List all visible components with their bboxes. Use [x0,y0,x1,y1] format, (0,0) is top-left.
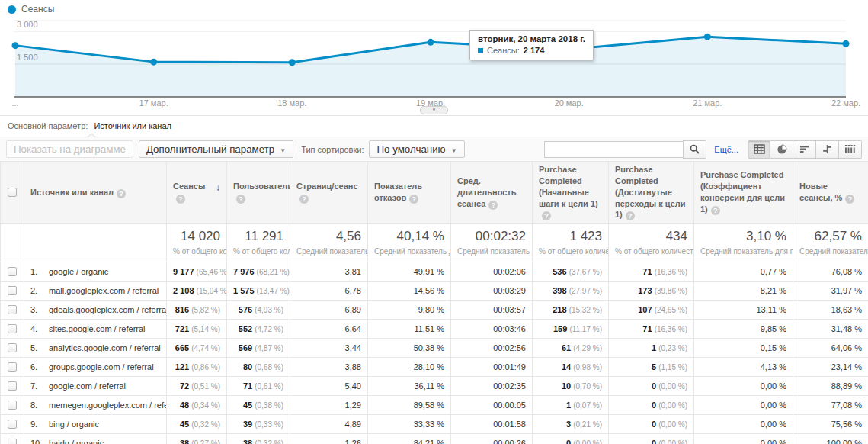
table-search-input[interactable] [544,141,683,158]
column-header-sessions[interactable]: ↓Сеансы? [167,162,227,224]
row-checkbox[interactable] [8,343,17,352]
column-header-bounce-rate[interactable]: Показатель отказов? [368,162,451,224]
avg-duration-cell: 00:01:58 [451,414,533,433]
table-row: 8.memegen.googleplex.com / referral 48 (… [1,395,868,414]
row-checkbox[interactable] [8,439,17,444]
pages-per-session-cell: 3,88 [290,357,368,376]
new-sessions-cell: 76,08 % [793,262,868,281]
table-view-button[interactable] [748,140,770,159]
table-row: 2.mall.googleplex.com / referral 2 108 (… [1,281,868,300]
bounce-rate-cell: 14,56 % [368,281,451,300]
secondary-dimension-dropdown[interactable]: Дополнительный параметр▼ [139,140,293,158]
help-icon[interactable]: ? [409,195,418,204]
summary-conversion-rate: 3,10 %Средний показатель для представлен… [694,224,793,262]
data-point[interactable] [428,39,434,46]
data-point[interactable] [704,34,711,40]
bounce-rate-cell: 33,33 % [368,414,451,433]
row-index: 10. [30,439,49,444]
source-medium-value: groups.google.com / referral [49,362,154,372]
percentage-view-button[interactable] [770,140,793,159]
series-area-fill [15,37,846,97]
conversion-rate-cell: 0,15 % [694,338,793,357]
chart-tooltip: вторник, 20 марта 2018 г. Сеансы: 2 174 [469,30,594,60]
data-point[interactable] [150,59,157,66]
source-medium-value: sites.google.com / referral [49,324,146,333]
row-checkbox[interactable] [8,362,17,372]
column-header-goal-completions[interactable]: Purchase Completed (Достигнутые переходы… [609,162,694,224]
row-checkbox[interactable] [8,420,17,429]
performance-view-button[interactable] [793,140,816,159]
row-checkbox[interactable] [8,305,17,314]
avg-duration-cell: 00:03:57 [451,300,533,319]
pivot-view-button[interactable] [839,140,862,159]
help-icon[interactable]: ? [488,201,498,210]
help-icon[interactable]: ? [236,195,245,204]
row-checkbox[interactable] [8,401,17,410]
help-icon[interactable]: ? [176,195,185,204]
search-button[interactable] [683,140,706,159]
help-icon[interactable]: ? [845,195,854,204]
table-row: 3.gdeals.googleplex.com / referral 816 (… [1,300,868,319]
sessions-cell: 45 (0,32 %) [167,414,227,433]
goal-starts-cell: 0 (0,00 %) [533,433,609,444]
help-icon[interactable]: ? [626,211,635,220]
conversion-rate-cell: 4,13 % [694,357,793,376]
comparison-view-button[interactable] [816,140,839,159]
row-checkbox[interactable] [8,381,17,391]
x-axis-label: 17 мар. [139,98,168,108]
row-index: 1. [30,267,49,276]
timeline-slider-handle[interactable]: ▼ [420,106,448,114]
bounce-rate-cell: 89,58 % [368,395,451,414]
tooltip-date: вторник, 20 марта 2018 г. [478,34,585,43]
pages-per-session-cell: 4,89 [290,414,368,433]
goal-completions-cell: 107 (24,65 %) [609,300,694,319]
row-checkbox[interactable] [8,267,17,276]
column-header-pages-per-session[interactable]: Страниц/сеанс? [290,162,368,224]
data-point[interactable] [12,42,19,49]
pages-per-session-cell: 6,78 [290,281,368,300]
column-header-users[interactable]: Пользователи? [227,162,290,224]
data-point[interactable] [843,40,850,47]
table-view-icon [754,144,765,154]
column-header-goal-starts[interactable]: Purchase Completed (Начальные шаги к цел… [533,162,609,224]
row-index: 3. [30,305,49,314]
select-all-checkbox[interactable] [8,188,17,197]
sort-type-label: Тип сортировки: [301,145,364,154]
chart-legend[interactable]: Сеансы [8,4,54,14]
goal-completions-cell: 71 (16,36 %) [609,319,694,338]
tooltip-series-label: Сеансы: [487,46,520,55]
row-checkbox[interactable] [8,286,17,295]
sort-type-dropdown[interactable]: По умолчанию▼ [369,140,464,158]
source-medium-value: google / organic [49,267,108,276]
pages-per-session-cell: 6,64 [290,319,368,338]
table-summary-row: 14 020% от общего количества: 57,44 % (2… [1,224,868,262]
bar-chart-icon [799,144,809,154]
help-icon[interactable]: ? [299,195,309,204]
column-header-conversion-rate[interactable]: Purchase Completed (Коэффициент конверси… [694,162,793,224]
new-sessions-cell: 23,14 % [793,357,868,376]
column-header-source[interactable]: Источник или канал? [24,162,167,224]
summary-pages-per-session: 4,56Средний показатель для представления… [290,224,368,262]
users-cell: 45 (0,38 %) [227,395,290,414]
users-cell: 569 (4,87 %) [227,338,290,357]
column-header-new-sessions[interactable]: Новые сеансы, %? [793,162,868,224]
avg-duration-cell: 00:00:05 [451,395,533,414]
users-cell: 39 (0,33 %) [227,414,290,433]
goal-completions-cell: 173 (39,86 %) [609,281,694,300]
plot-rows-button[interactable]: Показать на диаграмме [6,140,133,158]
primary-dimension-value[interactable]: Источник или канал [94,121,171,130]
tooltip-series-swatch-icon [478,48,483,53]
help-icon[interactable]: ? [711,206,720,215]
x-axis-label: 20 мар. [555,98,584,108]
row-checkbox[interactable] [8,324,17,333]
help-icon[interactable]: ? [117,189,126,198]
avg-duration-cell: 00:02:56 [451,338,533,357]
new-sessions-cell: 75,56 % [793,414,868,433]
new-sessions-cell: 100,00 % [793,433,868,444]
column-header-avg-duration[interactable]: Сред. длительность сеанса? [451,162,533,224]
summary-sessions: 14 020% от общего количества: 57,44 % (2… [167,224,227,262]
help-icon[interactable]: ? [542,211,551,220]
advanced-search-link[interactable]: Ещё... [714,145,738,154]
data-point[interactable] [289,59,296,66]
x-axis-label: 21 мар. [693,98,722,108]
